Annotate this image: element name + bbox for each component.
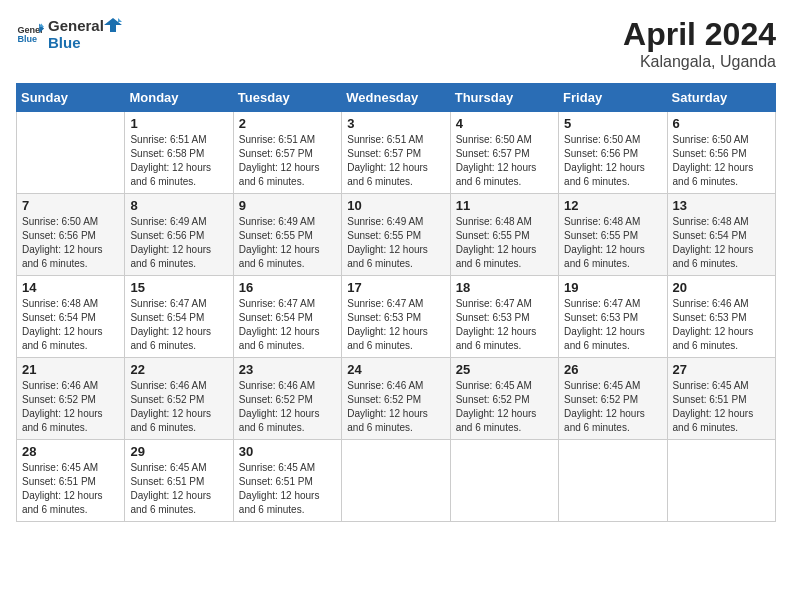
day-number: 12 bbox=[564, 198, 661, 213]
calendar-day-cell: 7Sunrise: 6:50 AM Sunset: 6:56 PM Daylig… bbox=[17, 194, 125, 276]
calendar-day-cell: 16Sunrise: 6:47 AM Sunset: 6:54 PM Dayli… bbox=[233, 276, 341, 358]
calendar-day-cell: 20Sunrise: 6:46 AM Sunset: 6:53 PM Dayli… bbox=[667, 276, 775, 358]
day-number: 5 bbox=[564, 116, 661, 131]
day-info: Sunrise: 6:45 AM Sunset: 6:52 PM Dayligh… bbox=[564, 379, 661, 435]
calendar-day-cell: 19Sunrise: 6:47 AM Sunset: 6:53 PM Dayli… bbox=[559, 276, 667, 358]
calendar-header-row: SundayMondayTuesdayWednesdayThursdayFrid… bbox=[17, 84, 776, 112]
calendar-day-cell: 18Sunrise: 6:47 AM Sunset: 6:53 PM Dayli… bbox=[450, 276, 558, 358]
calendar-day-cell: 2Sunrise: 6:51 AM Sunset: 6:57 PM Daylig… bbox=[233, 112, 341, 194]
day-info: Sunrise: 6:47 AM Sunset: 6:54 PM Dayligh… bbox=[130, 297, 227, 353]
weekday-header: Monday bbox=[125, 84, 233, 112]
day-number: 16 bbox=[239, 280, 336, 295]
calendar-day-cell: 24Sunrise: 6:46 AM Sunset: 6:52 PM Dayli… bbox=[342, 358, 450, 440]
day-info: Sunrise: 6:49 AM Sunset: 6:55 PM Dayligh… bbox=[347, 215, 444, 271]
day-number: 30 bbox=[239, 444, 336, 459]
calendar-day-cell: 3Sunrise: 6:51 AM Sunset: 6:57 PM Daylig… bbox=[342, 112, 450, 194]
weekday-header: Sunday bbox=[17, 84, 125, 112]
day-number: 15 bbox=[130, 280, 227, 295]
calendar-day-cell: 23Sunrise: 6:46 AM Sunset: 6:52 PM Dayli… bbox=[233, 358, 341, 440]
logo: General Blue General Blue bbox=[16, 16, 122, 51]
calendar-day-cell: 27Sunrise: 6:45 AM Sunset: 6:51 PM Dayli… bbox=[667, 358, 775, 440]
day-number: 11 bbox=[456, 198, 553, 213]
day-info: Sunrise: 6:50 AM Sunset: 6:56 PM Dayligh… bbox=[673, 133, 770, 189]
day-info: Sunrise: 6:46 AM Sunset: 6:52 PM Dayligh… bbox=[130, 379, 227, 435]
day-info: Sunrise: 6:51 AM Sunset: 6:57 PM Dayligh… bbox=[347, 133, 444, 189]
day-info: Sunrise: 6:51 AM Sunset: 6:57 PM Dayligh… bbox=[239, 133, 336, 189]
calendar-day-cell: 6Sunrise: 6:50 AM Sunset: 6:56 PM Daylig… bbox=[667, 112, 775, 194]
day-info: Sunrise: 6:50 AM Sunset: 6:56 PM Dayligh… bbox=[564, 133, 661, 189]
day-info: Sunrise: 6:50 AM Sunset: 6:57 PM Dayligh… bbox=[456, 133, 553, 189]
weekday-header: Tuesday bbox=[233, 84, 341, 112]
day-number: 17 bbox=[347, 280, 444, 295]
calendar-day-cell bbox=[342, 440, 450, 522]
calendar-day-cell: 30Sunrise: 6:45 AM Sunset: 6:51 PM Dayli… bbox=[233, 440, 341, 522]
day-info: Sunrise: 6:47 AM Sunset: 6:53 PM Dayligh… bbox=[564, 297, 661, 353]
day-info: Sunrise: 6:45 AM Sunset: 6:51 PM Dayligh… bbox=[239, 461, 336, 517]
calendar-day-cell: 14Sunrise: 6:48 AM Sunset: 6:54 PM Dayli… bbox=[17, 276, 125, 358]
calendar-day-cell bbox=[667, 440, 775, 522]
calendar-day-cell: 4Sunrise: 6:50 AM Sunset: 6:57 PM Daylig… bbox=[450, 112, 558, 194]
weekday-header: Friday bbox=[559, 84, 667, 112]
day-info: Sunrise: 6:47 AM Sunset: 6:53 PM Dayligh… bbox=[347, 297, 444, 353]
calendar-week-row: 28Sunrise: 6:45 AM Sunset: 6:51 PM Dayli… bbox=[17, 440, 776, 522]
calendar-day-cell: 9Sunrise: 6:49 AM Sunset: 6:55 PM Daylig… bbox=[233, 194, 341, 276]
day-number: 6 bbox=[673, 116, 770, 131]
day-number: 4 bbox=[456, 116, 553, 131]
calendar-week-row: 21Sunrise: 6:46 AM Sunset: 6:52 PM Dayli… bbox=[17, 358, 776, 440]
day-number: 24 bbox=[347, 362, 444, 377]
calendar-day-cell: 10Sunrise: 6:49 AM Sunset: 6:55 PM Dayli… bbox=[342, 194, 450, 276]
day-number: 25 bbox=[456, 362, 553, 377]
day-info: Sunrise: 6:46 AM Sunset: 6:52 PM Dayligh… bbox=[22, 379, 119, 435]
calendar-day-cell bbox=[559, 440, 667, 522]
day-number: 7 bbox=[22, 198, 119, 213]
day-info: Sunrise: 6:49 AM Sunset: 6:55 PM Dayligh… bbox=[239, 215, 336, 271]
day-info: Sunrise: 6:48 AM Sunset: 6:54 PM Dayligh… bbox=[673, 215, 770, 271]
calendar-day-cell: 15Sunrise: 6:47 AM Sunset: 6:54 PM Dayli… bbox=[125, 276, 233, 358]
day-info: Sunrise: 6:45 AM Sunset: 6:51 PM Dayligh… bbox=[130, 461, 227, 517]
day-info: Sunrise: 6:47 AM Sunset: 6:54 PM Dayligh… bbox=[239, 297, 336, 353]
calendar-day-cell: 26Sunrise: 6:45 AM Sunset: 6:52 PM Dayli… bbox=[559, 358, 667, 440]
page-header: General Blue General Blue April 2024 Kal… bbox=[16, 16, 776, 71]
calendar-location: Kalangala, Uganda bbox=[623, 53, 776, 71]
day-info: Sunrise: 6:45 AM Sunset: 6:52 PM Dayligh… bbox=[456, 379, 553, 435]
day-number: 3 bbox=[347, 116, 444, 131]
calendar-week-row: 14Sunrise: 6:48 AM Sunset: 6:54 PM Dayli… bbox=[17, 276, 776, 358]
calendar-table: SundayMondayTuesdayWednesdayThursdayFrid… bbox=[16, 83, 776, 522]
calendar-week-row: 7Sunrise: 6:50 AM Sunset: 6:56 PM Daylig… bbox=[17, 194, 776, 276]
day-info: Sunrise: 6:48 AM Sunset: 6:55 PM Dayligh… bbox=[456, 215, 553, 271]
day-info: Sunrise: 6:46 AM Sunset: 6:52 PM Dayligh… bbox=[239, 379, 336, 435]
logo-bird-icon bbox=[104, 16, 122, 34]
day-number: 27 bbox=[673, 362, 770, 377]
calendar-day-cell: 8Sunrise: 6:49 AM Sunset: 6:56 PM Daylig… bbox=[125, 194, 233, 276]
day-info: Sunrise: 6:47 AM Sunset: 6:53 PM Dayligh… bbox=[456, 297, 553, 353]
calendar-day-cell: 28Sunrise: 6:45 AM Sunset: 6:51 PM Dayli… bbox=[17, 440, 125, 522]
day-number: 10 bbox=[347, 198, 444, 213]
day-number: 22 bbox=[130, 362, 227, 377]
logo-general: General bbox=[48, 17, 104, 34]
logo-text-block: General Blue bbox=[48, 16, 122, 51]
day-number: 8 bbox=[130, 198, 227, 213]
svg-marker-5 bbox=[118, 18, 122, 22]
calendar-day-cell: 29Sunrise: 6:45 AM Sunset: 6:51 PM Dayli… bbox=[125, 440, 233, 522]
day-info: Sunrise: 6:45 AM Sunset: 6:51 PM Dayligh… bbox=[673, 379, 770, 435]
calendar-day-cell: 12Sunrise: 6:48 AM Sunset: 6:55 PM Dayli… bbox=[559, 194, 667, 276]
title-block: April 2024 Kalangala, Uganda bbox=[623, 16, 776, 71]
day-info: Sunrise: 6:48 AM Sunset: 6:55 PM Dayligh… bbox=[564, 215, 661, 271]
day-number: 1 bbox=[130, 116, 227, 131]
calendar-day-cell bbox=[450, 440, 558, 522]
day-number: 20 bbox=[673, 280, 770, 295]
calendar-title: April 2024 bbox=[623, 16, 776, 53]
calendar-day-cell: 25Sunrise: 6:45 AM Sunset: 6:52 PM Dayli… bbox=[450, 358, 558, 440]
calendar-week-row: 1Sunrise: 6:51 AM Sunset: 6:58 PM Daylig… bbox=[17, 112, 776, 194]
calendar-day-cell: 21Sunrise: 6:46 AM Sunset: 6:52 PM Dayli… bbox=[17, 358, 125, 440]
day-info: Sunrise: 6:46 AM Sunset: 6:53 PM Dayligh… bbox=[673, 297, 770, 353]
logo-icon: General Blue bbox=[16, 20, 44, 48]
weekday-header: Wednesday bbox=[342, 84, 450, 112]
calendar-day-cell: 22Sunrise: 6:46 AM Sunset: 6:52 PM Dayli… bbox=[125, 358, 233, 440]
day-number: 2 bbox=[239, 116, 336, 131]
day-number: 26 bbox=[564, 362, 661, 377]
calendar-day-cell: 5Sunrise: 6:50 AM Sunset: 6:56 PM Daylig… bbox=[559, 112, 667, 194]
day-info: Sunrise: 6:45 AM Sunset: 6:51 PM Dayligh… bbox=[22, 461, 119, 517]
day-info: Sunrise: 6:49 AM Sunset: 6:56 PM Dayligh… bbox=[130, 215, 227, 271]
day-number: 18 bbox=[456, 280, 553, 295]
